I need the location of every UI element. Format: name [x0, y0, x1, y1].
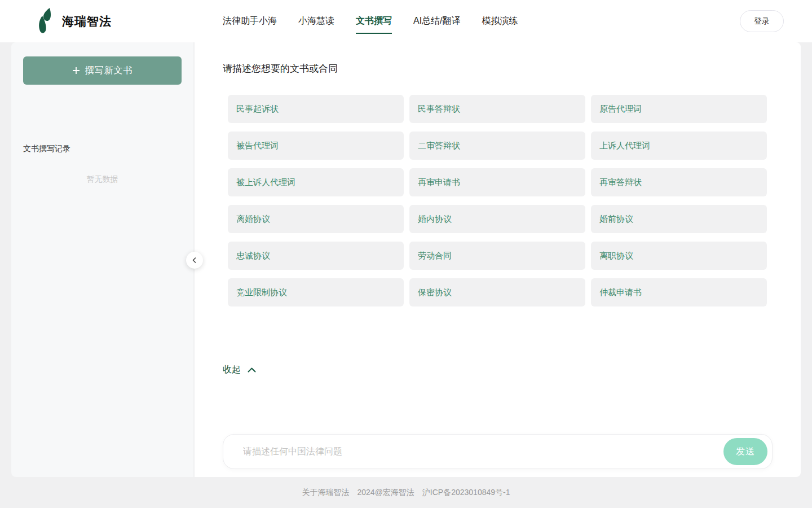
page-footer: 关于海瑞智法 2024@宏海智法 沪ICP备2023010849号-1: [0, 477, 812, 508]
collapse-toggle-label: 收起: [223, 364, 241, 376]
doc-type-grid: 民事起诉状 民事答辩状 原告代理词 被告代理词 二审答辩状 上诉人代理词 被上诉…: [228, 95, 767, 306]
new-document-button[interactable]: 撰写新文书: [23, 56, 182, 85]
collapse-toggle[interactable]: 收起: [223, 364, 256, 376]
doc-type-card[interactable]: 原告代理词: [591, 95, 767, 123]
plus-icon: [72, 67, 80, 75]
doc-type-card[interactable]: 上诉人代理词: [591, 132, 767, 160]
doc-type-card[interactable]: 再审答辩状: [591, 168, 767, 196]
sidebar-collapse-button[interactable]: [186, 252, 203, 269]
prompt-heading: 请描述您想要的文书或合同: [223, 62, 338, 75]
doc-type-card[interactable]: 被告代理词: [228, 132, 404, 160]
doc-type-card[interactable]: 二审答辩状: [409, 132, 585, 160]
doc-type-card[interactable]: 离职协议: [591, 242, 767, 270]
brand-logo: 海瑞智法: [36, 0, 112, 42]
chevron-up-icon: [248, 367, 256, 373]
new-document-button-label: 撰写新文书: [85, 65, 133, 77]
history-section-label: 文书撰写记录: [23, 144, 70, 154]
send-button[interactable]: 发送: [723, 438, 767, 465]
footer-about-link[interactable]: 关于海瑞智法: [302, 488, 349, 498]
doc-type-card[interactable]: 竞业限制协议: [228, 278, 404, 306]
tab-mock-practice[interactable]: 模拟演练: [482, 13, 518, 34]
footer-copyright: 2024@宏海智法: [357, 488, 414, 498]
sidebar: 撰写新文书 文书撰写记录 暂无数据: [11, 42, 193, 477]
brand-leaf-icon: [36, 8, 55, 35]
chat-input-bar: 发送: [223, 434, 773, 469]
tab-ai-summary-translate[interactable]: AI总结/翻译: [413, 13, 461, 34]
main-nav: 法律助手小海 小海慧读 文书撰写 AI总结/翻译 模拟演练: [223, 0, 518, 42]
doc-type-card[interactable]: 保密协议: [409, 278, 585, 306]
doc-type-card[interactable]: 民事起诉状: [228, 95, 404, 123]
tab-document-writing[interactable]: 文书撰写: [356, 13, 392, 34]
tab-legal-assistant[interactable]: 法律助手小海: [223, 13, 277, 34]
doc-type-card[interactable]: 婚内协议: [409, 205, 585, 233]
doc-type-card[interactable]: 婚前协议: [591, 205, 767, 233]
doc-type-card[interactable]: 劳动合同: [409, 242, 585, 270]
doc-type-card[interactable]: 仲裁申请书: [591, 278, 767, 306]
empty-state-text: 暂无数据: [11, 174, 193, 185]
doc-type-card[interactable]: 民事答辩状: [409, 95, 585, 123]
brand-name: 海瑞智法: [62, 14, 112, 29]
doc-type-card[interactable]: 被上诉人代理词: [228, 168, 404, 196]
chevron-left-icon: [191, 257, 198, 264]
main-panel: 请描述您想要的文书或合同 民事起诉状 民事答辩状 原告代理词 被告代理词 二审答…: [195, 42, 801, 477]
doc-type-card[interactable]: 再审申请书: [409, 168, 585, 196]
login-button[interactable]: 登录: [740, 10, 784, 32]
tab-xiaohai-reading[interactable]: 小海慧读: [298, 13, 334, 34]
top-header: 海瑞智法 法律助手小海 小海慧读 文书撰写 AI总结/翻译 模拟演练 登录: [0, 0, 812, 42]
footer-icp: 沪ICP备2023010849号-1: [422, 488, 510, 498]
question-input[interactable]: [223, 435, 723, 468]
doc-type-card[interactable]: 忠诚协议: [228, 242, 404, 270]
doc-type-card[interactable]: 离婚协议: [228, 205, 404, 233]
